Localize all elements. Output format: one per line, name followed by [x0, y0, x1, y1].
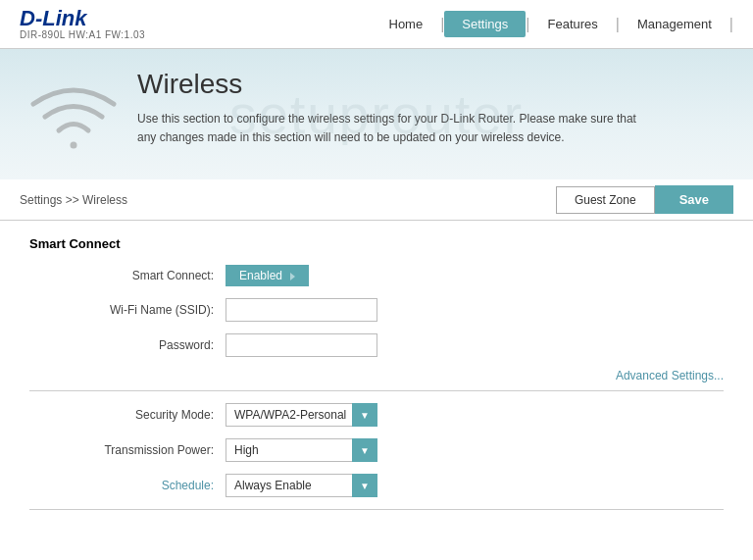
breadcrumb: Settings >> Wireless	[20, 193, 556, 207]
transmission-power-row: Transmission Power: High Medium Low	[29, 438, 724, 462]
transmission-power-select[interactable]: High Medium Low	[226, 438, 377, 462]
save-button[interactable]: Save	[655, 185, 733, 214]
security-mode-select[interactable]: WPA/WPA2-Personal WPA2-Personal WPA-Pers…	[226, 403, 377, 427]
schedule-wrapper: Always Enable Never Custom	[226, 474, 377, 497]
security-mode-row: Security Mode: WPA/WPA2-Personal WPA2-Pe…	[29, 403, 724, 427]
header: D-Link DIR-890L HW:A1 FW:1.03 Home | Set…	[0, 0, 753, 49]
device-info: DIR-890L HW:A1 FW:1.03	[20, 29, 145, 40]
smart-connect-label: Smart Connect:	[29, 269, 226, 282]
logo-area: D-Link DIR-890L HW:A1 FW:1.03	[20, 8, 145, 40]
main-nav: Home | Settings | Features | Management …	[372, 11, 734, 37]
nav-management[interactable]: Management	[620, 11, 729, 37]
wifi-name-label: Wi-Fi Name (SSID):	[29, 303, 226, 317]
wifi-icon	[29, 78, 118, 157]
smart-connect-row: Smart Connect: Enabled	[29, 265, 724, 286]
nav-sep-5: |	[729, 16, 733, 33]
page-title: Wireless	[137, 69, 647, 100]
section-title: Smart Connect	[29, 236, 724, 251]
hero-description: Use this section to configure the wirele…	[137, 110, 647, 147]
nav-settings[interactable]: Settings	[444, 11, 526, 37]
transmission-power-label: Transmission Power:	[29, 443, 226, 457]
action-bar: Settings >> Wireless Guest Zone Save	[0, 179, 753, 221]
schedule-select[interactable]: Always Enable Never Custom	[226, 474, 377, 497]
nav-home[interactable]: Home	[372, 11, 441, 37]
smart-connect-toggle[interactable]: Enabled	[226, 265, 309, 286]
password-input[interactable]	[226, 333, 377, 357]
divider-2	[29, 509, 724, 510]
divider-1	[29, 390, 724, 391]
schedule-row: Schedule: Always Enable Never Custom	[29, 474, 724, 497]
nav-features[interactable]: Features	[529, 11, 615, 37]
schedule-link[interactable]: Schedule:	[162, 479, 214, 492]
wifi-name-row: Wi-Fi Name (SSID):	[29, 298, 724, 322]
content-area: Smart Connect Smart Connect: Enabled Wi-…	[0, 221, 753, 537]
logo: D-Link	[20, 8, 145, 29]
wifi-icon-area	[29, 78, 118, 160]
transmission-power-wrapper: High Medium Low	[226, 438, 377, 462]
security-mode-wrapper: WPA/WPA2-Personal WPA2-Personal WPA-Pers…	[226, 403, 377, 427]
password-row: Password:	[29, 333, 724, 357]
hero-text: Wireless Use this section to configure t…	[137, 69, 647, 147]
schedule-label: Schedule:	[29, 479, 226, 492]
hero-section: Wireless Use this section to configure t…	[0, 49, 753, 179]
security-mode-label: Security Mode:	[29, 408, 226, 422]
wifi-name-input[interactable]	[226, 298, 377, 322]
advanced-settings-link[interactable]: Advanced Settings...	[616, 369, 724, 382]
advanced-settings-area: Advanced Settings...	[29, 369, 724, 382]
guest-zone-button[interactable]: Guest Zone	[556, 186, 655, 214]
password-label: Password:	[29, 338, 226, 352]
